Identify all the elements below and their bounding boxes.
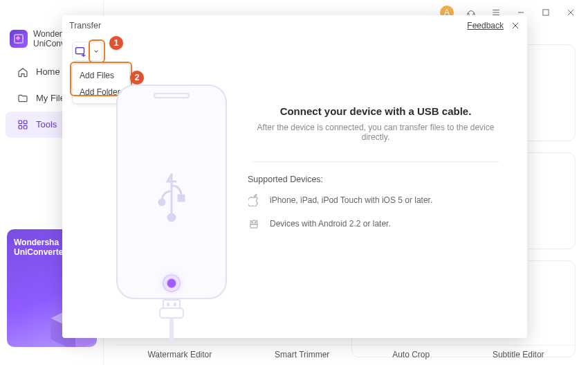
connect-subtext: After the device is connected, you can t… bbox=[248, 123, 504, 142]
apple-icon bbox=[248, 194, 260, 206]
supported-android-text: Devices with Android 2.2 or later. bbox=[270, 219, 391, 229]
transfer-dialog: Transfer Feedback 1 Add Files Add Folder… bbox=[62, 15, 527, 338]
tutorial-badge-2: 2 bbox=[130, 71, 144, 84]
android-icon bbox=[248, 217, 260, 230]
connect-headline: Connect your device with a USB cable. bbox=[248, 105, 504, 117]
close-icon[interactable] bbox=[511, 21, 520, 30]
add-media-icon bbox=[73, 42, 90, 60]
svg-point-21 bbox=[168, 214, 175, 221]
svg-rect-26 bbox=[250, 224, 257, 228]
usb-icon bbox=[152, 170, 191, 223]
dropdown-item-add-files[interactable]: Add Files bbox=[73, 67, 129, 84]
supported-android: Devices with Android 2.2 or later. bbox=[248, 217, 504, 230]
add-files-button[interactable] bbox=[72, 42, 102, 61]
supported-apple: iPhone, iPad, iPod Touch with iOS 5 or l… bbox=[248, 194, 504, 206]
feedback-link[interactable]: Feedback bbox=[467, 21, 504, 30]
divider bbox=[252, 161, 499, 162]
tutorial-badge-1: 1 bbox=[109, 36, 123, 50]
svg-point-22 bbox=[159, 199, 165, 205]
phone-illustration bbox=[116, 84, 227, 320]
dialog-titlebar: Transfer Feedback bbox=[62, 15, 527, 36]
svg-rect-23 bbox=[178, 195, 184, 201]
dialog-title: Transfer bbox=[69, 21, 101, 30]
add-files-dropdown-toggle[interactable] bbox=[90, 42, 102, 60]
svg-point-24 bbox=[252, 222, 252, 222]
svg-point-25 bbox=[255, 222, 255, 222]
svg-rect-19 bbox=[76, 48, 84, 54]
supported-apple-text: iPhone, iPad, iPod Touch with iOS 5 or l… bbox=[270, 195, 432, 205]
add-files-area: 1 bbox=[72, 42, 102, 61]
transfer-info: Connect your device with a USB cable. Af… bbox=[248, 105, 504, 241]
supported-title: Supported Devices: bbox=[248, 175, 504, 184]
